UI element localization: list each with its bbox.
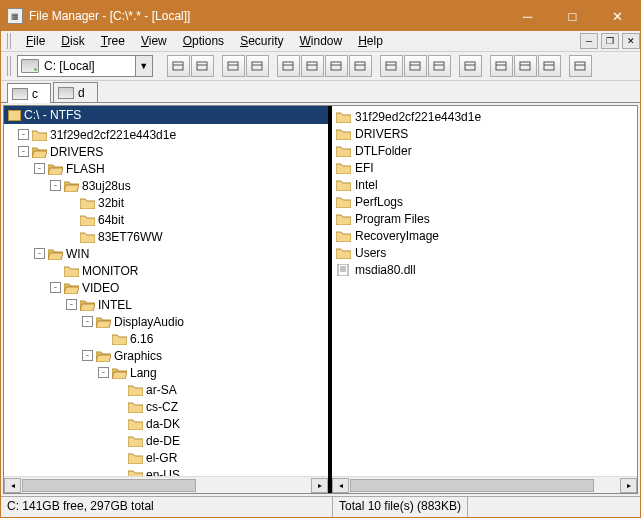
menu-help[interactable]: Help <box>351 32 390 50</box>
tb-sort2[interactable] <box>404 55 427 77</box>
tb-forward[interactable] <box>191 55 214 77</box>
tree-row[interactable]: -INTEL <box>4 296 328 313</box>
expand-toggle[interactable]: - <box>18 146 29 157</box>
tree-row[interactable]: en-US <box>4 466 328 476</box>
titlebar[interactable]: ▦ File Manager - [C:\*.* - [Local]] ─ □ … <box>1 1 640 31</box>
menu-file[interactable]: File <box>19 32 52 50</box>
drive-tabbar: c d <box>1 81 640 103</box>
list-item[interactable]: DTLFolder <box>332 142 637 159</box>
menu-disk[interactable]: Disk <box>54 32 91 50</box>
scroll-right-button[interactable]: ▸ <box>620 478 637 493</box>
scroll-left-button[interactable]: ◂ <box>332 478 349 493</box>
tb-paste[interactable] <box>514 55 537 77</box>
menu-window[interactable]: Window <box>292 32 349 50</box>
tree-row[interactable]: -31f29ed2cf221e443d1e <box>4 126 328 143</box>
expand-toggle[interactable]: - <box>82 316 93 327</box>
list-item-label: Intel <box>355 178 378 192</box>
tb-sort1[interactable] <box>380 55 403 77</box>
minimize-button[interactable]: ─ <box>505 2 550 31</box>
tb-view2[interactable] <box>301 55 324 77</box>
folder-icon <box>32 129 47 141</box>
close-button[interactable]: ✕ <box>595 2 640 31</box>
expand-toggle[interactable]: - <box>66 299 77 310</box>
menubar-grip[interactable] <box>7 33 13 49</box>
list-item[interactable]: msdia80.dll <box>332 261 637 278</box>
expand-toggle[interactable]: - <box>82 350 93 361</box>
list-item[interactable]: Program Files <box>332 210 637 227</box>
tree-row[interactable]: -83uj28us <box>4 177 328 194</box>
folder-icon <box>336 128 351 140</box>
toolbar-grip[interactable] <box>7 56 13 76</box>
tree-row[interactable]: de-DE <box>4 432 328 449</box>
tb-list[interactable] <box>246 55 269 77</box>
folder-open-icon <box>96 316 111 328</box>
menu-security[interactable]: Security <box>233 32 290 50</box>
tree-row[interactable]: MONITOR <box>4 262 328 279</box>
mdi-restore-button[interactable]: ❐ <box>601 33 619 49</box>
tree-hscrollbar[interactable]: ◂ ▸ <box>4 476 328 493</box>
tree-body[interactable]: -31f29ed2cf221e443d1e-DRIVERS-FLASH-83uj… <box>4 124 328 476</box>
drive-tab-d[interactable]: d <box>53 82 98 102</box>
tb-view3[interactable] <box>325 55 348 77</box>
tb-sort3[interactable] <box>428 55 451 77</box>
tb-tree[interactable] <box>222 55 245 77</box>
tb-delete[interactable] <box>538 55 561 77</box>
tree-row[interactable]: -VIDEO <box>4 279 328 296</box>
tb-find[interactable] <box>569 55 592 77</box>
expand-toggle[interactable]: - <box>50 282 61 293</box>
tb-back[interactable] <box>167 55 190 77</box>
tb-view4[interactable] <box>349 55 372 77</box>
expand-toggle[interactable]: - <box>98 367 109 378</box>
tree-row[interactable]: 64bit <box>4 211 328 228</box>
tree-row[interactable]: ar-SA <box>4 381 328 398</box>
scroll-left-button[interactable]: ◂ <box>4 478 21 493</box>
menu-options[interactable]: Options <box>176 32 231 50</box>
tree-caption[interactable]: C:\ - NTFS <box>4 106 328 124</box>
list-item[interactable]: PerfLogs <box>332 193 637 210</box>
expand-toggle[interactable]: - <box>34 248 45 259</box>
menu-view[interactable]: View <box>134 32 174 50</box>
scroll-thumb[interactable] <box>350 479 594 492</box>
tree-row[interactable]: -WIN <box>4 245 328 262</box>
tree-row[interactable]: 83ET76WW <box>4 228 328 245</box>
drive-tab-label: c <box>32 87 38 101</box>
tb-view1[interactable] <box>277 55 300 77</box>
file-icon <box>336 264 351 276</box>
expand-toggle[interactable]: - <box>34 163 45 174</box>
tree-item-label: cs-CZ <box>146 400 178 414</box>
chevron-down-icon[interactable]: ▼ <box>135 56 152 76</box>
svg-rect-28 <box>496 62 506 70</box>
tree-row[interactable]: -FLASH <box>4 160 328 177</box>
tree-row[interactable]: -DRIVERS <box>4 143 328 160</box>
list-hscrollbar[interactable]: ◂ ▸ <box>332 476 637 493</box>
tree-row[interactable]: da-DK <box>4 415 328 432</box>
tb-new[interactable] <box>459 55 482 77</box>
drive-tab-c[interactable]: c <box>7 83 51 103</box>
list-item[interactable]: Intel <box>332 176 637 193</box>
tree-row[interactable]: cs-CZ <box>4 398 328 415</box>
menu-tree[interactable]: Tree <box>94 32 132 50</box>
tb-copy[interactable] <box>490 55 513 77</box>
list-item[interactable]: DRIVERS <box>332 125 637 142</box>
mdi-minimize-button[interactable]: ─ <box>580 33 598 49</box>
scroll-right-button[interactable]: ▸ <box>311 478 328 493</box>
list-item[interactable]: RecoveryImage <box>332 227 637 244</box>
toolbar: C: [Local] ▼ <box>1 52 640 81</box>
tree-row[interactable]: 32bit <box>4 194 328 211</box>
tree-row[interactable]: 6.16 <box>4 330 328 347</box>
expand-toggle[interactable]: - <box>18 129 29 140</box>
expand-toggle[interactable]: - <box>50 180 61 191</box>
scroll-thumb[interactable] <box>22 479 196 492</box>
mdi-close-button[interactable]: ✕ <box>622 33 640 49</box>
list-item[interactable]: 31f29ed2cf221e443d1e <box>332 108 637 125</box>
list-body[interactable]: 31f29ed2cf221e443d1eDRIVERSDTLFolderEFII… <box>332 106 637 476</box>
list-item[interactable]: Users <box>332 244 637 261</box>
maximize-button[interactable]: □ <box>550 2 595 31</box>
list-item[interactable]: EFI <box>332 159 637 176</box>
tree-row[interactable]: -DisplayAudio <box>4 313 328 330</box>
drive-selector[interactable]: C: [Local] ▼ <box>17 55 153 77</box>
svg-rect-6 <box>197 62 207 70</box>
tree-row[interactable]: -Lang <box>4 364 328 381</box>
tree-row[interactable]: -Graphics <box>4 347 328 364</box>
tree-row[interactable]: el-GR <box>4 449 328 466</box>
